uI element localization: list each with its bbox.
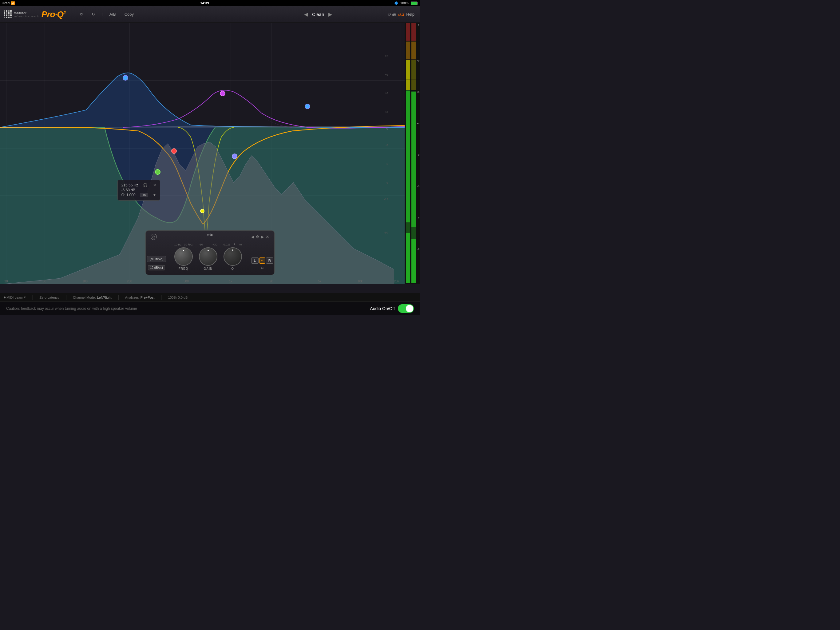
q-label: Q — [231, 267, 234, 271]
popup-mode-arrow[interactable]: ▼ — [153, 193, 156, 197]
gain-knob[interactable] — [199, 247, 217, 266]
logo-dot — [8, 10, 9, 12]
q-knob-group: 0.025 1 40 Q — [224, 242, 242, 271]
right-channel-button[interactable]: R — [266, 258, 273, 264]
product-version: 2 — [63, 10, 65, 15]
svg-rect-10 — [406, 90, 410, 222]
midi-learn-button[interactable]: MIDI Learn ▾ — [4, 295, 26, 299]
midi-dropdown-arrow[interactable]: ▾ — [24, 295, 26, 299]
freq-knob[interactable] — [174, 247, 193, 266]
brand-name: fabfilter — [14, 11, 39, 15]
panel-prev-button[interactable]: ◀ — [251, 235, 254, 239]
lr-buttons-group: L ∞ R ✂ — [251, 258, 273, 271]
preset-name: Clean — [312, 12, 324, 17]
db-label-n12: -12 — [384, 198, 388, 201]
ab-button[interactable]: A/B — [107, 11, 118, 18]
battery-label: 100% — [400, 1, 409, 5]
freq-label-1k: 1k — [229, 280, 232, 283]
grid-line-v — [85, 23, 85, 284]
filter-type-button[interactable]: (Multiple) — [147, 256, 166, 262]
popup-close-button[interactable]: ✕ — [153, 183, 156, 187]
link-channels-button[interactable]: ∞ — [259, 258, 265, 264]
help-button[interactable]: Help — [404, 11, 416, 18]
panel-next-button[interactable]: ▶ — [261, 235, 264, 239]
grid-line-h — [0, 80, 405, 81]
svg-rect-11 — [411, 92, 416, 227]
panel-close-button[interactable]: ✕ — [266, 234, 269, 239]
freq-knob-group: 10 Hz 30 kHz FREQ — [174, 243, 193, 271]
db-label-9: +9 — [385, 73, 388, 76]
logo-dot — [8, 12, 9, 14]
sep1: | — [32, 295, 33, 300]
analyzer-value[interactable]: Pre+Post — [141, 296, 155, 299]
band3-handle[interactable] — [171, 148, 177, 154]
latency-value: Zero Latency — [39, 296, 59, 299]
toggle-knob — [406, 305, 413, 312]
vu-label-n3: -3 — [417, 185, 419, 188]
freq-label-5k: 5k — [318, 280, 321, 283]
prev-preset-button[interactable]: ◀ — [303, 10, 309, 19]
grid-line-h — [0, 195, 405, 196]
logo-dot — [8, 14, 9, 16]
vu-label-9: +9 — [417, 59, 419, 62]
toolbar-sep: | — [102, 13, 103, 16]
lr-row: L ∞ R — [251, 258, 273, 264]
db-label-n9: -9 — [385, 181, 388, 184]
brand-sub: software instruments — [14, 15, 39, 17]
logo-dot — [6, 17, 7, 18]
copy-button[interactable]: Copy — [123, 11, 136, 18]
audio-toggle-area: Audio On/Off — [370, 304, 414, 313]
grid-line-h — [0, 57, 405, 57]
gain-value: 0.0 dB — [178, 296, 188, 299]
preset-area: ◀ Clean ▶ — [238, 10, 398, 19]
headphones-icon[interactable]: 🎧 — [143, 183, 148, 187]
band5-handle[interactable] — [232, 154, 237, 159]
status-bar: iPad 📶 14:39 🔷 100% — [0, 0, 420, 6]
vu-label-n9: -9 — [417, 248, 419, 250]
logo-dot — [10, 10, 12, 12]
gain-knob-group: -30 +30 GAIN — [199, 243, 217, 271]
panel-knobs-row: (Multiple) 12 dB/oct 10 Hz 30 kHz FREQ -… — [151, 242, 269, 271]
analyzer-label: Analyzer: — [125, 296, 139, 299]
midi-learn-label: MIDI Learn — [6, 296, 23, 299]
redo-button[interactable]: ↻ — [90, 11, 97, 18]
channel-mode-label: Channel Mode: — [73, 296, 96, 299]
grid-line-v — [44, 23, 45, 284]
band2-handle[interactable] — [155, 169, 161, 175]
panel-settings-button[interactable]: ⚙ — [256, 235, 259, 239]
freq-label-20k: 20k — [394, 280, 399, 283]
audio-toggle-switch[interactable] — [398, 304, 414, 313]
band-info-popup: 215.56 Hz 🎧 ✕ -6.68 dB Q: 1.000 Dbl ▼ — [117, 180, 161, 201]
filter-slope-button[interactable]: 12 dB/oct — [148, 265, 165, 271]
band1-handle[interactable] — [123, 75, 128, 81]
next-preset-button[interactable]: ▶ — [327, 10, 333, 19]
popup-freq: 215.56 Hz — [122, 183, 138, 187]
freq-label-200: 200 — [127, 280, 132, 283]
logo-area: fabfilter software instruments Pro·Q2 — [4, 9, 65, 19]
db-labels: +12 +9 +6 +3 0 -3 -6 -9 -12 -50 — [380, 46, 389, 253]
freq-label-20: 20 — [4, 280, 8, 283]
logo-dot — [4, 14, 5, 16]
time-display: 14:39 — [200, 1, 209, 5]
band4-handle[interactable] — [220, 91, 225, 96]
band6-handle[interactable] — [305, 104, 310, 109]
channel-mode-value[interactable]: Left/Right — [97, 296, 112, 299]
left-channel-button[interactable]: L — [251, 258, 259, 264]
vu-label-n6: -6 — [417, 216, 419, 219]
vu-top-label: -5 — [417, 24, 419, 26]
logo-dot — [6, 14, 7, 16]
db-readout: 12 dB +2.3 — [387, 13, 404, 17]
db-label-n3: -3 — [385, 144, 388, 147]
logo-text: fabfilter software instruments — [14, 11, 39, 17]
controls-panel: ⏻ 0 dB ◀ ⚙ ▶ ✕ (Multiple) 12 dB/oct 10 H… — [145, 230, 275, 275]
freq-label: FREQ — [178, 267, 188, 271]
undo-button[interactable]: ↺ — [78, 11, 85, 18]
gain-range-labels: -30 +30 — [199, 243, 217, 246]
scissors-button[interactable]: ✂ — [261, 266, 264, 271]
q-knob[interactable] — [224, 247, 242, 266]
band7-handle[interactable] — [200, 209, 204, 213]
bottom-bar: MIDI Learn ▾ | Zero Latency | Channel Mo… — [0, 293, 420, 301]
panel-power-button[interactable]: ⏻ — [151, 234, 157, 240]
db-label-n6: -6 — [385, 162, 388, 166]
vu-label-6: +6 — [417, 91, 419, 93]
